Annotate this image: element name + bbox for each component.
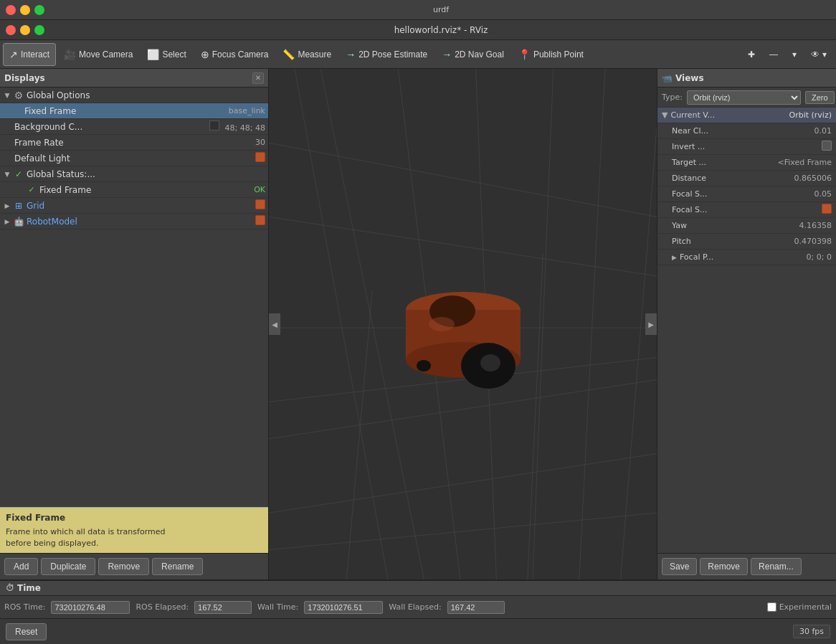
- 3d-viewport[interactable]: ◀ ▶: [269, 69, 657, 579]
- nav-goal-button[interactable]: → 2D Nav Goal: [435, 43, 510, 66]
- grid-checkbox: [208, 199, 265, 212]
- pitch-key: Pitch: [672, 237, 729, 246]
- views-current-header[interactable]: ▼ Current V... Orbit (rviz): [657, 108, 836, 123]
- minimize-button[interactable]: [20, 5, 30, 15]
- robot-model-label: RobotModel: [27, 217, 208, 227]
- info-box-title: Fixed Frame: [6, 512, 262, 524]
- focal-p-key: Focal P...: [680, 252, 737, 262]
- measure-button[interactable]: 📏 Measure: [276, 43, 338, 66]
- default-light-checkbox[interactable]: [255, 152, 265, 162]
- near-clip-key: Near Cl...: [672, 126, 729, 136]
- views-focal-p[interactable]: ▶ Focal P... 0; 0; 0: [657, 250, 836, 265]
- timebar: ⏱ Time ROS Time: ROS Elapsed: Wall Time:…: [0, 579, 836, 618]
- focal-s1-key: Focal S...: [672, 189, 729, 199]
- fixed-frame-key: Fixed Frame: [24, 106, 208, 116]
- views-remove-button[interactable]: Remove: [700, 558, 748, 575]
- views-near-clip[interactable]: Near Cl... 0.01: [657, 123, 836, 139]
- invert-key: Invert ...: [672, 142, 729, 151]
- views-yaw[interactable]: Yaw 4.16358: [657, 218, 836, 234]
- grid-enabled-checkbox[interactable]: [255, 199, 265, 209]
- add-button[interactable]: Add: [4, 558, 38, 575]
- focal-s1-value: 0.05: [729, 189, 832, 199]
- timebar-values: ROS Time: ROS Elapsed: Wall Time: Wall E…: [0, 596, 836, 618]
- distance-key: Distance: [672, 174, 729, 183]
- svg-line-13: [269, 513, 657, 550]
- displays-panel-close[interactable]: ✕: [252, 72, 264, 84]
- yaw-key: Yaw: [672, 221, 729, 230]
- rviz-maximize-button[interactable]: [34, 25, 44, 35]
- grid-icon: ⊞: [13, 200, 24, 212]
- viewport-arrow-right[interactable]: ▶: [645, 313, 657, 335]
- views-pitch[interactable]: Pitch 0.470398: [657, 234, 836, 250]
- select-button[interactable]: ⬜ Select: [141, 43, 192, 66]
- views-target[interactable]: Target ... <Fixed Frame: [657, 155, 836, 171]
- tree-global-status[interactable]: ▼ ✓ Global Status:...: [0, 166, 268, 182]
- focal-s2-checkbox[interactable]: [822, 204, 832, 214]
- publish-point-icon: 📍: [518, 49, 531, 60]
- nav-goal-label: 2D Nav Goal: [455, 49, 504, 60]
- viewport-arrow-left[interactable]: ◀: [269, 313, 280, 335]
- measure-label: Measure: [298, 49, 331, 60]
- zero-button[interactable]: Zero: [805, 91, 835, 104]
- svg-line-11: [295, 69, 388, 579]
- tree-background[interactable]: Background C... 48; 48; 48: [0, 119, 268, 135]
- tree-default-light[interactable]: Default Light: [0, 151, 268, 166]
- ros-time-input[interactable]: [51, 601, 130, 614]
- panel-action-buttons: Add Duplicate Remove Rename: [0, 553, 268, 579]
- tree-fixed-frame[interactable]: Fixed Frame base_link: [0, 103, 268, 119]
- close-button[interactable]: [6, 5, 16, 15]
- interact-button[interactable]: ↗ Interact: [3, 43, 56, 66]
- svg-line-3: [269, 454, 657, 513]
- ros-time-label: ROS Time:: [4, 602, 45, 612]
- robot-model-icon: 🤖: [13, 216, 24, 227]
- experimental-checkbox-container: Experimental: [767, 602, 832, 612]
- type-select[interactable]: Orbit (rviz) FPS ThirdPersonFollower (rv…: [687, 90, 801, 105]
- pose-estimate-label: 2D Pose Estimate: [358, 49, 427, 60]
- invert-checkbox[interactable]: [822, 141, 832, 151]
- rviz-window-title: helloworld.rviz* - RViz: [52, 25, 830, 35]
- chevron-down-icon: ▾: [792, 49, 797, 60]
- rviz-window-controls[interactable]: [6, 25, 44, 35]
- views-rename-button[interactable]: Renam...: [751, 558, 802, 575]
- tree-robot-model[interactable]: ▶ 🤖 RobotModel: [0, 214, 268, 229]
- wall-time-label: Wall Time:: [257, 602, 298, 612]
- robot-model-enabled-checkbox[interactable]: [255, 215, 265, 225]
- add-toolbar-button[interactable]: ✚: [741, 43, 761, 66]
- background-value-text: 48; 48; 48: [225, 123, 265, 133]
- focus-camera-button[interactable]: ⊕ Focus Camera: [194, 43, 275, 66]
- tree-global-options[interactable]: ▼ ⚙ Global Options: [0, 87, 268, 103]
- publish-point-button[interactable]: 📍 Publish Point: [512, 43, 590, 66]
- rviz-close-button[interactable]: [6, 25, 16, 35]
- maximize-button[interactable]: [34, 5, 44, 15]
- reset-button[interactable]: Reset: [6, 623, 47, 640]
- views-focal-s2[interactable]: Focal S...: [657, 202, 836, 218]
- views-distance[interactable]: Distance 0.865006: [657, 171, 836, 186]
- remove-button[interactable]: Remove: [98, 558, 149, 575]
- view-option-button[interactable]: 👁 ▾: [804, 43, 833, 66]
- wall-elapsed-input[interactable]: [447, 601, 505, 614]
- views-save-button[interactable]: Save: [662, 558, 697, 575]
- pose-estimate-button[interactable]: → 2D Pose Estimate: [339, 43, 434, 66]
- robot-model-checkbox: [208, 215, 265, 227]
- ros-elapsed-input[interactable]: [194, 601, 252, 614]
- views-panel: 📹 Views Type: Orbit (rviz) FPS ThirdPers…: [657, 69, 836, 579]
- rviz-minimize-button[interactable]: [20, 25, 30, 35]
- experimental-checkbox[interactable]: [767, 602, 776, 612]
- move-camera-button[interactable]: 🎥 Move Camera: [57, 43, 139, 66]
- svg-line-4: [269, 143, 657, 217]
- wall-time-input[interactable]: [304, 601, 383, 614]
- toolbar-option-button[interactable]: —: [763, 43, 784, 66]
- toolbar-dropdown-button[interactable]: ▾: [786, 43, 803, 66]
- rename-button[interactable]: Rename: [152, 558, 203, 575]
- duplicate-button[interactable]: Duplicate: [41, 558, 95, 575]
- views-focal-s1[interactable]: Focal S... 0.05: [657, 186, 836, 202]
- views-invert[interactable]: Invert ...: [657, 139, 836, 155]
- tree-grid[interactable]: ▶ ⊞ Grid: [0, 198, 268, 214]
- window-controls[interactable]: [6, 5, 44, 15]
- titlebar-1: urdf: [0, 0, 836, 20]
- displays-panel: Displays ✕ ▼ ⚙ Global Options Fixed Fram…: [0, 69, 269, 579]
- focal-s2-value: [729, 204, 832, 216]
- tree-global-status-fixed-frame[interactable]: ✓ Fixed Frame OK: [0, 182, 268, 198]
- tree-frame-rate[interactable]: Frame Rate 30: [0, 135, 268, 151]
- current-view-type: Orbit (rviz): [728, 110, 832, 120]
